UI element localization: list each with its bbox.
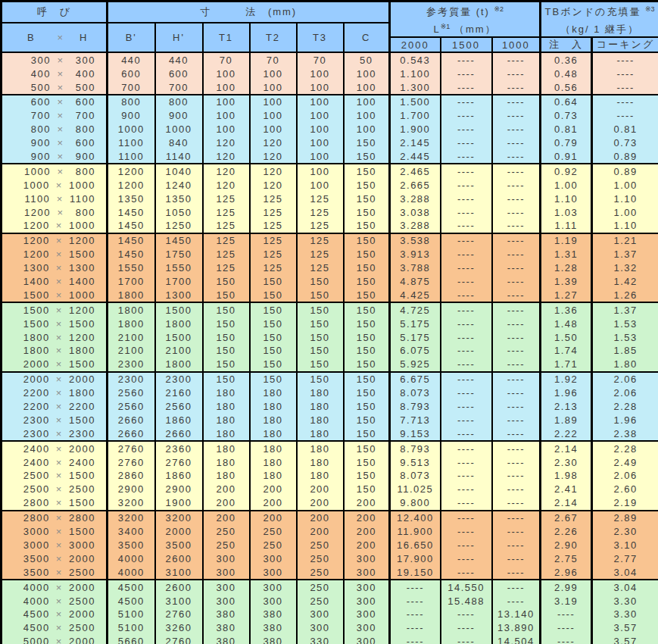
cell-caulk: 2.49 xyxy=(592,455,658,469)
cell-inject: 1.71 xyxy=(541,358,592,372)
cell-hp: 3500 xyxy=(155,539,203,552)
cell-t1: 70 xyxy=(203,52,250,67)
cell-c: 150 xyxy=(344,164,390,178)
header-col-caulking: コーキング xyxy=(592,37,658,52)
cell-t2: 120 xyxy=(250,164,297,178)
value-b: 4500 xyxy=(11,608,50,620)
cell-nominal-size: 4500×2000 xyxy=(2,608,108,621)
cell-inject: ---- xyxy=(541,621,592,635)
cell-l2000: 9.513 xyxy=(390,455,441,469)
value-b: 1300 xyxy=(11,262,50,274)
header-col-l1500: 1500 xyxy=(441,37,492,52)
cell-bp: 3200 xyxy=(108,496,155,511)
times-sign: × xyxy=(50,374,69,385)
cell-l1000: ---- xyxy=(492,233,541,248)
cell-inject: 0.56 xyxy=(541,80,592,95)
cell-hp: 1050 xyxy=(155,205,203,219)
cell-caulk: 1.26 xyxy=(592,288,658,302)
note-mark-1: ※1 xyxy=(441,23,451,30)
value-b: 2300 xyxy=(11,414,50,426)
cell-t3: 180 xyxy=(297,427,344,441)
cell-hp: 2600 xyxy=(155,580,203,594)
cell-l1500: ---- xyxy=(441,233,492,248)
cell-inject: 2.26 xyxy=(541,525,592,539)
table-row: 4000×250045003100300300250300----15.488-… xyxy=(2,594,658,608)
cell-nominal-size: 1800×1200 xyxy=(2,330,108,344)
cell-l1000: ---- xyxy=(492,52,541,67)
cell-t3: 100 xyxy=(297,178,344,192)
cell-l1000: ---- xyxy=(492,511,541,525)
cell-t1: 180 xyxy=(203,413,250,427)
times-sign: × xyxy=(50,289,69,301)
header-b-label: B xyxy=(11,32,51,43)
cell-inject: 2.96 xyxy=(541,565,592,580)
cell-hp: 1800 xyxy=(155,358,203,372)
spec-table: 呼 び 寸 法 (mm) 参考質量 (t) ※2 TBボンドの充填量 ※3 B … xyxy=(0,0,658,644)
value-h: 1200 xyxy=(69,305,97,316)
table-row: 800×800100010001001001001001.900--------… xyxy=(2,123,658,136)
cell-t2: 125 xyxy=(250,248,297,261)
cell-l1500: ---- xyxy=(441,483,492,496)
cell-inject: 2.13 xyxy=(541,400,592,414)
cell-hp: 2900 xyxy=(155,483,203,496)
cell-t3: 180 xyxy=(297,400,344,414)
cell-caulk: 1.10 xyxy=(592,219,658,233)
cell-t3: 200 xyxy=(297,511,344,525)
cell-t3: 180 xyxy=(297,386,344,400)
cell-t3: 70 xyxy=(297,52,344,67)
cell-bp: 800 xyxy=(108,95,155,109)
cell-t3: 125 xyxy=(297,219,344,233)
cell-bp: 1450 xyxy=(108,248,155,261)
cell-caulk: 2.30 xyxy=(592,525,658,539)
cell-c: 150 xyxy=(344,219,390,233)
cell-l1000: ---- xyxy=(492,317,541,330)
cell-bp: 1700 xyxy=(108,275,155,289)
cell-t1: 380 xyxy=(203,608,250,621)
cell-caulk: 3.57 xyxy=(592,635,658,644)
cell-c: 200 xyxy=(344,511,390,525)
table-header: 呼 び 寸 法 (mm) 参考質量 (t) ※2 TBボンドの充填量 ※3 B … xyxy=(2,2,658,53)
table-row: 4000×200045002600300300250300----14.550-… xyxy=(2,580,658,594)
cell-hp: 2300 xyxy=(155,372,203,386)
cell-caulk: 1.10 xyxy=(592,192,658,205)
cell-t1: 180 xyxy=(203,427,250,441)
value-b: 2500 xyxy=(11,470,50,481)
cell-bp: 2900 xyxy=(108,483,155,496)
table-row: 1200×1000145012501251251251503.288------… xyxy=(2,219,658,233)
cell-t3: 180 xyxy=(297,455,344,469)
cell-t3: 150 xyxy=(297,275,344,289)
value-h: 1200 xyxy=(69,235,97,246)
cell-caulk: 2.06 xyxy=(592,386,658,400)
cell-caulk: 2.60 xyxy=(592,483,658,496)
value-b: 4000 xyxy=(11,596,50,607)
cell-t1: 180 xyxy=(203,386,250,400)
times-sign: × xyxy=(50,596,69,607)
cell-l2000: 8.073 xyxy=(390,386,441,400)
times-sign: × xyxy=(51,137,70,148)
header-col-t3: T3 xyxy=(297,23,344,52)
cell-c: 150 xyxy=(344,192,390,205)
table-row: 4500×200051002760380380300300--------13.… xyxy=(2,608,658,621)
table-row: 2300×1500266018601801801801507.713------… xyxy=(2,413,658,427)
cell-l1500: ---- xyxy=(441,621,492,635)
value-b: 3000 xyxy=(11,526,50,537)
table-row: 3500×20004000260030030025030017.900-----… xyxy=(2,552,658,565)
cell-caulk: 1.37 xyxy=(592,248,658,261)
cell-l1500: ---- xyxy=(441,344,492,358)
cell-c: 100 xyxy=(344,67,390,80)
cell-l1500: ---- xyxy=(441,248,492,261)
header-col-h-prime: H' xyxy=(155,23,203,52)
cell-hp: 900 xyxy=(155,109,203,123)
cell-l2000: 5.925 xyxy=(390,358,441,372)
cell-t1: 380 xyxy=(203,621,250,635)
cell-t3: 180 xyxy=(297,469,344,483)
cell-nominal-size: 1200×1000 xyxy=(2,219,108,233)
cell-t1: 120 xyxy=(203,150,250,164)
table-row: 4500×250051003260380380300300--------13.… xyxy=(2,621,658,635)
cell-t2: 180 xyxy=(250,469,297,483)
cell-t2: 250 xyxy=(250,539,297,552)
cell-t3: 250 xyxy=(297,580,344,594)
cell-nominal-size: 1500×1000 xyxy=(2,288,108,302)
value-b: 1200 xyxy=(11,249,50,260)
value-b: 600 xyxy=(11,96,51,108)
